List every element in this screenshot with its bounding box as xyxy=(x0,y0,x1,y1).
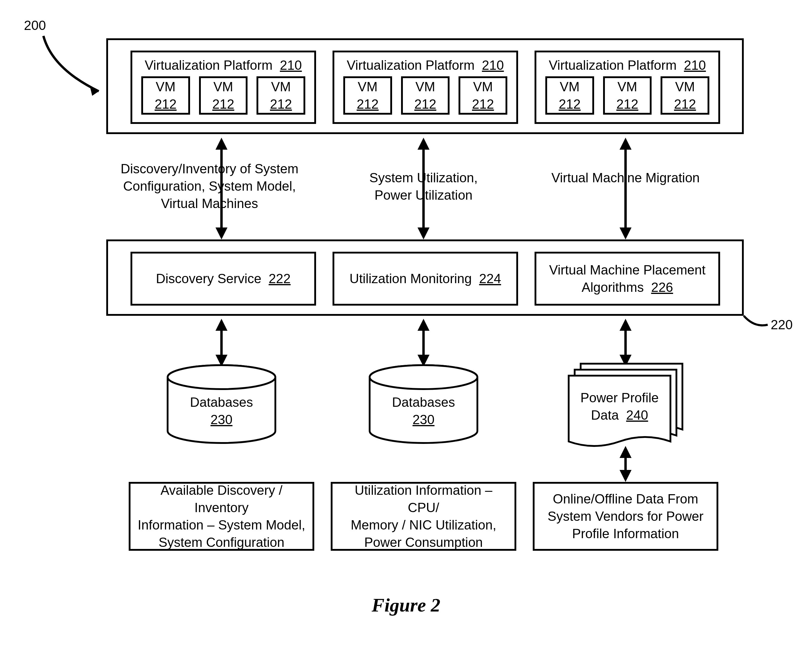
svg-point-20 xyxy=(168,365,275,389)
svg-marker-0 xyxy=(90,86,99,96)
figure-caption: Figure 2 xyxy=(0,594,812,616)
svg-marker-25 xyxy=(619,470,632,482)
platform-3-title: Virtualization Platform 210 xyxy=(536,56,718,74)
svg-marker-14 xyxy=(417,319,429,331)
svg-marker-15 xyxy=(417,355,429,367)
svg-point-19 xyxy=(168,365,275,389)
vm-box: VM212 xyxy=(199,76,248,115)
vm-box: VM212 xyxy=(545,76,594,115)
vm-box: VM212 xyxy=(401,76,450,115)
virtualization-platform-3: Virtualization Platform 210 VM212 VM212 … xyxy=(535,51,720,124)
arrow-label-mid: System Utilization,Power Utilization xyxy=(343,169,504,204)
arrow-label-right: Virtual Machine Migration xyxy=(548,169,703,187)
utilization-monitoring-box: Utilization Monitoring 224 xyxy=(333,252,518,305)
bottom-box-mid: Utilization Information – CPU/Memory / N… xyxy=(331,482,516,551)
figure-diagram: 200 Virtualization Platform 210 VM212 VM… xyxy=(0,0,812,657)
platforms-outer-box: Virtualization Platform 210 VM212 VM212 … xyxy=(106,38,744,134)
vm-box: VM212 xyxy=(459,76,507,115)
virtualization-platform-2: Virtualization Platform 210 VM212 VM212 … xyxy=(333,51,518,124)
svg-marker-12 xyxy=(216,355,227,367)
svg-marker-5 xyxy=(417,138,429,149)
arrow-label-left: Discovery/Inventory of SystemConfigurati… xyxy=(117,160,302,212)
svg-point-21 xyxy=(370,365,478,389)
svg-marker-3 xyxy=(216,227,227,240)
platform-2-title: Virtualization Platform 210 xyxy=(334,56,516,74)
virtualization-platform-1: Virtualization Platform 210 VM212 VM212 … xyxy=(131,51,316,124)
bottom-box-right: Online/Offline Data FromSystem Vendors f… xyxy=(533,482,718,551)
svg-marker-11 xyxy=(216,319,227,331)
vm-box: VM212 xyxy=(257,76,305,115)
svg-marker-2 xyxy=(216,138,227,149)
svg-marker-8 xyxy=(619,138,632,149)
database-left-label: Databases230 xyxy=(168,394,275,428)
figure-number: 200 xyxy=(24,18,46,33)
services-outer-box: Discovery Service 222 Utilization Monito… xyxy=(106,240,744,316)
svg-marker-9 xyxy=(619,227,632,240)
vm-placement-algos-box: Virtual Machine Placement Algorithms 226 xyxy=(535,252,720,305)
platform-1-title: Virtualization Platform 210 xyxy=(132,56,314,74)
svg-marker-6 xyxy=(417,227,429,240)
services-ref-num: 220 xyxy=(771,317,793,332)
svg-marker-17 xyxy=(619,319,632,331)
bottom-box-left: Available Discovery / InventoryInformati… xyxy=(129,482,314,551)
svg-marker-18 xyxy=(619,355,632,367)
database-mid-label: Databases230 xyxy=(370,394,478,428)
power-profile-label: Power Profile Data 240 xyxy=(569,389,670,424)
discovery-service-box: Discovery Service 222 xyxy=(131,252,316,305)
vm-box: VM212 xyxy=(661,76,709,115)
svg-point-22 xyxy=(370,365,478,389)
vm-box: VM212 xyxy=(141,76,190,115)
vm-box: VM212 xyxy=(343,76,392,115)
vm-box: VM212 xyxy=(603,76,652,115)
svg-marker-24 xyxy=(619,446,632,458)
